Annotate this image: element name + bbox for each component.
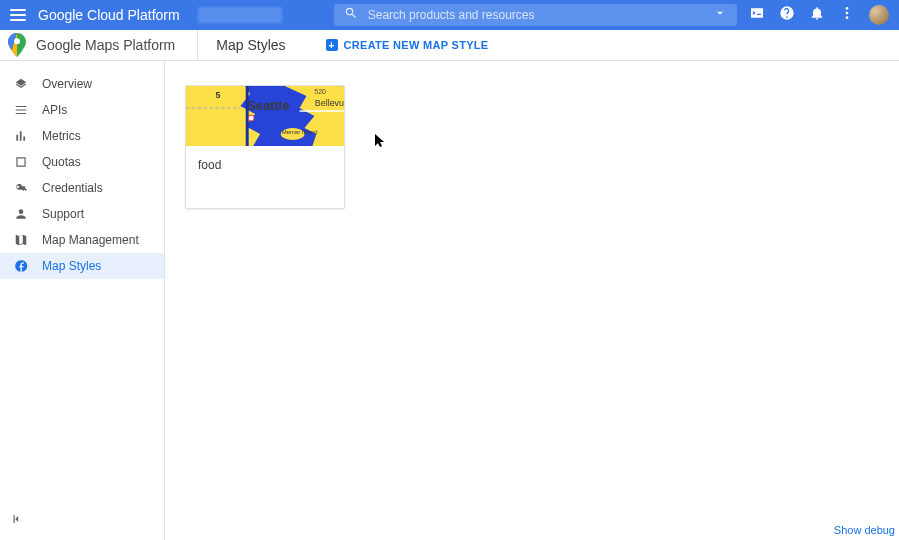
- map-style-card[interactable]: 5 520 Seattle Bellevu Mercer Island food: [185, 85, 345, 209]
- map-preview: 5 520 Seattle Bellevu Mercer Island: [186, 86, 344, 146]
- top-header: Google Cloud Platform: [0, 0, 899, 30]
- svg-point-2: [846, 16, 849, 19]
- create-new-map-style-button[interactable]: + CREATE NEW MAP STYLE: [326, 39, 489, 51]
- brand-label: Google Cloud Platform: [38, 7, 180, 23]
- search-bar[interactable]: [334, 4, 737, 26]
- sidebar-item-label: Metrics: [42, 129, 81, 143]
- sidebar-item-quotas[interactable]: Quotas: [0, 149, 164, 175]
- chevron-down-icon[interactable]: [713, 6, 727, 24]
- create-label: CREATE NEW MAP STYLE: [344, 39, 489, 51]
- sidebar-item-label: Overview: [42, 77, 92, 91]
- sidebar-item-metrics[interactable]: Metrics: [0, 123, 164, 149]
- sidebar-item-label: Quotas: [42, 155, 81, 169]
- svg-text:520: 520: [314, 88, 326, 95]
- product-title: Google Maps Platform: [36, 37, 175, 53]
- map-east-label: Bellevu: [315, 98, 344, 108]
- more-vert-icon[interactable]: [839, 5, 855, 25]
- divider: [197, 30, 198, 61]
- map-island-label: Mercer Island: [282, 129, 318, 135]
- sidebar-item-label: Support: [42, 207, 84, 221]
- sidebar-item-label: Credentials: [42, 181, 103, 195]
- content: 5 520 Seattle Bellevu Mercer Island food: [165, 61, 899, 540]
- sidebar-item-label: Map Management: [42, 233, 139, 247]
- svg-text:5: 5: [216, 90, 221, 100]
- map-city-label: Seattle: [247, 98, 289, 113]
- sidebar-item-map-styles[interactable]: Map Styles: [0, 253, 164, 279]
- menu-icon[interactable]: [10, 9, 26, 21]
- show-debug-link[interactable]: Show debug: [834, 524, 895, 536]
- svg-point-3: [14, 38, 20, 44]
- page-title: Map Styles: [216, 37, 285, 53]
- sub-header: Google Maps Platform Map Styles + CREATE…: [0, 30, 899, 61]
- maps-pin-icon: [8, 33, 26, 57]
- plus-icon: +: [326, 39, 338, 51]
- sidebar-item-label: Map Styles: [42, 259, 101, 273]
- cloud-shell-icon[interactable]: [749, 5, 765, 25]
- sidebar-item-support[interactable]: Support: [0, 201, 164, 227]
- sidebar-item-apis[interactable]: APIs: [0, 97, 164, 123]
- body: Overview APIs Metrics Quotas Credentials…: [0, 61, 899, 540]
- sidebar-item-map-management[interactable]: Map Management: [0, 227, 164, 253]
- svg-point-8: [248, 115, 254, 121]
- collapse-sidebar-button[interactable]: [10, 512, 24, 530]
- help-icon[interactable]: [779, 5, 795, 25]
- avatar[interactable]: [869, 5, 889, 25]
- svg-point-0: [846, 7, 849, 10]
- sidebar: Overview APIs Metrics Quotas Credentials…: [0, 61, 165, 540]
- map-style-name: food: [186, 146, 344, 208]
- header-icons: [749, 5, 889, 25]
- svg-point-1: [846, 12, 849, 15]
- sidebar-item-label: APIs: [42, 103, 67, 117]
- project-selector-blurred[interactable]: [198, 7, 282, 23]
- search-icon: [344, 6, 358, 24]
- notifications-icon[interactable]: [809, 5, 825, 25]
- sidebar-item-credentials[interactable]: Credentials: [0, 175, 164, 201]
- search-input[interactable]: [368, 8, 713, 22]
- sidebar-item-overview[interactable]: Overview: [0, 71, 164, 97]
